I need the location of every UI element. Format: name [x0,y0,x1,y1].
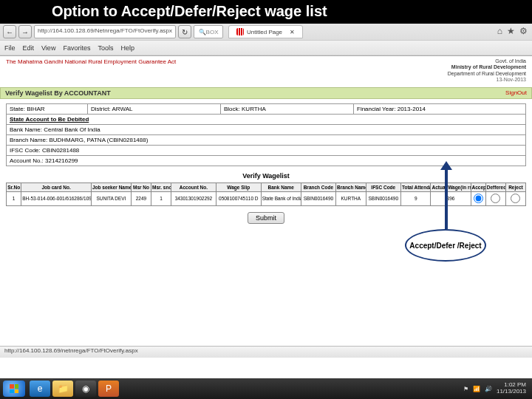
govt-label: Govt. of India [448,58,526,64]
col-accept: Accept [471,183,485,191]
close-icon[interactable]: ✕ [290,29,295,35]
block-label: Block: [224,106,240,112]
col-branchname: Branch Name [336,183,366,191]
page-title: Verify Wagelist By ACCOUNTANT [5,89,111,97]
tab-label: Untitled Page [247,29,282,35]
page-date: 13-Nov-2013 [448,77,526,83]
wagelist-table: Sr.No Job card No. Job seeker Name Msr N… [6,183,526,206]
slide-title: Option to Accept/Defer/Reject wage list [0,0,532,24]
browser-window: ← → http://164.100.128.69/Netnrega/FTO/F… [0,24,532,378]
cell-accept [471,191,485,205]
fy-label: Financial Year: [357,106,395,112]
system-tray[interactable]: ⚑ 📶 🔊 1:02 PM 11/13/2013 [463,382,529,395]
col-ifsc: IFSC Code [366,183,400,191]
table-row: 1 BH-53-014-006-001/616286/1092 SUNITA D… [7,191,526,205]
flag-icon[interactable]: ⚑ [463,386,468,392]
col-account: Account No. [171,183,216,191]
clock-date: 11/13/2013 [497,389,526,395]
filter-row: State: BIHAR District: ARWAL Block: KURT… [6,103,526,115]
cell-jobcard: BH-53-014-006-001/616286/1092 [21,191,92,205]
cell-wageslip: 0508100745110 D [216,191,261,205]
cell-account: 34301301902292 [171,191,216,205]
col-wageslip: Wage Slip [216,183,261,191]
col-reject: Reject [505,183,525,191]
menu-file[interactable]: File [4,44,16,52]
section-title: Verify Wagelist [6,172,526,180]
act-title: The Mahatma Gandhi National Rural Employ… [6,58,176,65]
account-heading: State Account to Be Debited [7,115,525,125]
cell-msrsno: 1 [151,191,171,205]
submit-button[interactable]: Submit [248,212,284,224]
col-msrno: Msr No [131,183,151,191]
menu-favorites[interactable]: Favorites [63,44,90,52]
search-box[interactable]: 🔍BOX [194,25,223,38]
branch-label: Branch Name: [10,137,47,143]
ministry-label: Ministry of Rural Development [448,64,526,70]
home-icon[interactable]: ⌂ [497,26,502,36]
cell-sr: 1 [7,191,21,205]
account-box: State Account to Be Debited Bank Name: C… [6,115,526,166]
cell-attendance: 9 [400,191,431,205]
col-jobcard: Job card No. [21,183,92,191]
district-value: ARWAL [112,106,132,112]
state-value: BIHAR [27,106,44,112]
browser-menu-bar: File Edit View Favorites Tools Help [0,40,532,55]
favorites-icon[interactable]: ★ [507,26,515,36]
taskbar-clock[interactable]: 1:02 PM 11/13/2013 [497,382,526,395]
cell-branchcode: SBIN0016490 [301,191,335,205]
col-bankname: Bank Name [261,183,301,191]
bank-value: Central Bank Of India [44,126,100,133]
search-icon: 🔍 [199,29,206,35]
cell-branchname: KURTHA [336,191,366,205]
tab-favicon [236,28,244,35]
acct-value: 3214216299 [45,157,78,164]
deffered-radio[interactable] [491,194,500,203]
browser-status-bar: http://164.100.128.69/netnrega/FTO/FtOve… [0,346,532,358]
menu-edit[interactable]: Edit [23,44,35,52]
refresh-button[interactable]: ↻ [178,25,191,38]
branch-value: BUDHMARG, PATNA (CBIN0281488) [49,137,148,143]
start-button[interactable] [3,381,25,397]
district-label: District: [91,106,111,112]
taskbar-ie-icon[interactable]: e [30,381,50,397]
browser-chrome: ← → http://164.100.128.69/Netnrega/FTO/F… [0,24,532,56]
cell-reject [505,191,525,205]
col-actualwage: Actual Wage(in rs.) [431,183,471,191]
windows-taskbar: e 📁 ◉ P ⚑ 📶 🔊 1:02 PM 11/13/2013 [0,378,532,399]
col-msrsno: Msr. sno [151,183,171,191]
menu-tools[interactable]: Tools [98,44,113,52]
taskbar-explorer-icon[interactable]: 📁 [52,381,73,397]
network-icon[interactable]: 📶 [473,386,480,392]
reject-radio[interactable] [511,194,520,203]
ifsc-label: IFSC Code: [10,147,41,154]
cell-actualwage: 396 [431,191,471,205]
col-name: Job seeker Name [91,183,131,191]
back-button[interactable]: ← [3,25,16,38]
state-label: State: [10,106,25,112]
col-branchcode: Branch Code [301,183,335,191]
ifsc-value: CBIN0281488 [42,147,79,154]
col-deffered: Deffered [485,183,505,191]
menu-view[interactable]: View [41,44,55,52]
volume-icon[interactable]: 🔊 [485,386,492,392]
col-attendance: Total Attendance [400,183,431,191]
dept-label: Department of Rural Development [448,71,526,77]
cell-bankname: State Bank of India [261,191,301,205]
page-header: The Mahatma Gandhi National Rural Employ… [0,56,532,84]
tools-icon[interactable]: ⚙ [519,26,528,36]
block-value: KURTHA [242,106,266,112]
acct-label: Account No.: [10,157,44,164]
browser-tab[interactable]: Untitled Page ✕ [228,25,303,38]
signout-link[interactable]: SignOut [505,89,527,96]
bank-label: Bank Name: [10,126,42,133]
cell-deffered [485,191,505,205]
taskbar-app-icon[interactable]: ◉ [75,381,96,397]
menu-help[interactable]: Help [120,44,134,52]
col-srno: Sr.No [7,183,21,191]
table-header-row: Sr.No Job card No. Job seeker Name Msr N… [7,183,526,191]
forward-button[interactable]: → [18,25,32,38]
accept-radio[interactable] [474,194,483,203]
cell-ifsc: SBIN0016490 [366,191,400,205]
address-bar[interactable]: http://164.100.128.69/Netnrega/FTO/FtOve… [34,25,176,38]
page-subbar: Verify Wagelist By ACCOUNTANT SignOut [0,87,532,99]
